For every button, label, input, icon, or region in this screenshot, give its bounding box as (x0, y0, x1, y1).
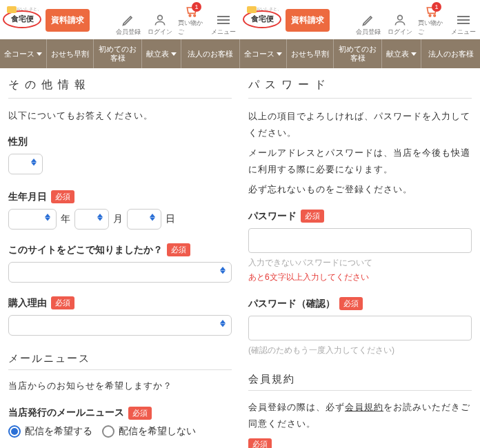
cart-link[interactable]: 1 買い物かご (418, 4, 446, 37)
gender-label: 性別 (8, 136, 232, 148)
month-unit: 月 (113, 213, 123, 225)
gender-select[interactable] (8, 154, 43, 174)
login-link[interactable]: ログイン (386, 13, 414, 37)
svg-point-0 (158, 15, 163, 20)
mail-news-label: 当店発行のメールニュース 必須 (8, 407, 232, 420)
mail-opt-out[interactable]: 配信を希望しない (102, 425, 196, 438)
section-terms: 会員規約 (248, 373, 472, 391)
month-select[interactable] (74, 209, 109, 230)
password-confirm-hint: (確認のためもう一度入力してください) (248, 345, 472, 356)
mail-news-question: 当店からのお知らせを希望しますか？ (8, 378, 232, 394)
day-unit: 日 (166, 213, 175, 225)
password-desc: 以上の項目でよろしければ、パスワードを入力してください。 (248, 108, 472, 141)
required-badge: 必須 (339, 297, 363, 310)
terms-link[interactable]: 会員規約 (345, 402, 383, 412)
cart-badge: 1 (192, 2, 201, 12)
tab-osechi[interactable]: おせち早割 (47, 39, 94, 68)
svg-point-1 (189, 14, 191, 16)
password-label: パスワード 必須 (248, 210, 472, 223)
reason-label: 購入理由 必須 (8, 296, 232, 309)
user-icon (393, 13, 407, 27)
tabs: 全コース おせち早割 初めてのお客様 献立表 法人のお客様 (240, 39, 480, 68)
year-select[interactable] (8, 209, 57, 230)
tab-first-time[interactable]: 初めてのお客様 (334, 39, 382, 68)
hamburger-icon (217, 13, 230, 27)
tab-corporate[interactable]: 法人のお客様 (181, 39, 240, 68)
cart-badge: 1 (432, 2, 441, 12)
section-mail-news: メールニュース (8, 352, 232, 370)
tab-all-courses[interactable]: 全コース (0, 39, 47, 68)
svg-point-2 (194, 14, 196, 16)
header: おいしさと、 食宅便 資料請求 会員登録 ログイン 1 買い物かご (0, 0, 240, 39)
request-docs-button[interactable]: 資料請求 (46, 9, 90, 32)
required-badge: 必須 (51, 190, 74, 203)
required-badge: 必須 (301, 210, 324, 223)
tab-menu-table[interactable]: 献立表 (142, 39, 181, 68)
user-icon (153, 13, 167, 27)
pencil-icon (361, 13, 375, 27)
password-desc: メールアドレスとパスワードは、当店を今後も快適に利用する際に必要になります。 (248, 145, 472, 177)
cart-link[interactable]: 1 買い物かご (178, 4, 206, 37)
svg-point-5 (434, 14, 436, 16)
radio-checked-icon (8, 425, 21, 438)
logo[interactable]: おいしさと、 食宅便 (243, 10, 284, 31)
referrer-select[interactable] (8, 262, 232, 283)
hamburger-icon (457, 13, 470, 27)
password-input[interactable] (248, 228, 472, 253)
tab-first-time[interactable]: 初めてのお客様 (94, 39, 142, 68)
section-password: パスワード (248, 78, 472, 99)
svg-point-4 (429, 14, 431, 16)
password-desc: 必ず忘れないものをご登録ください。 (248, 181, 472, 197)
day-select[interactable] (127, 209, 161, 230)
register-link[interactable]: 会員登録 (114, 13, 142, 37)
required-badge: 必須 (51, 296, 74, 309)
other-info-desc: 以下についてもお答えください。 (8, 108, 232, 123)
radio-icon (102, 425, 114, 438)
register-link[interactable]: 会員登録 (354, 13, 382, 37)
svg-point-3 (398, 15, 403, 20)
header: おいしさと、 食宅便 資料請求 会員登録 ログイン 1 買い物かご (240, 0, 480, 39)
required-badge: 必須 (128, 407, 152, 420)
logo[interactable]: おいしさと、 食宅便 (3, 10, 44, 31)
password-hint-link[interactable]: 入力できないパスワードについて (248, 257, 472, 269)
login-link[interactable]: ログイン (146, 13, 174, 37)
request-docs-button[interactable]: 資料請求 (286, 9, 330, 32)
tab-osechi[interactable]: おせち早割 (287, 39, 334, 68)
tabs: 全コース おせち早割 初めてのお客様 献立表 法人のお客様 (0, 39, 240, 68)
dob-label: 生年月日 必須 (8, 190, 232, 203)
tab-all-courses[interactable]: 全コース (240, 39, 287, 68)
mail-opt-in[interactable]: 配信を希望する (8, 425, 92, 438)
menu-button[interactable]: メニュー (450, 13, 477, 37)
tab-menu-table[interactable]: 献立表 (382, 39, 421, 68)
tab-corporate[interactable]: 法人のお客様 (421, 39, 480, 68)
required-badge: 必須 (248, 438, 272, 448)
password-confirm-label: パスワード（確認） 必須 (248, 297, 472, 310)
reason-select[interactable] (8, 315, 232, 336)
password-confirm-input[interactable] (248, 316, 472, 340)
password-error: あと6文字以上入力してください (248, 272, 472, 283)
section-other-info: その他情報 (8, 78, 232, 99)
year-unit: 年 (61, 213, 70, 225)
referrer-label: このサイトをどこで知りましたか？ 必須 (8, 243, 232, 256)
pencil-icon (121, 13, 135, 27)
menu-button[interactable]: メニュー (210, 13, 237, 37)
terms-desc: 会員登録の際は、必ず会員規約をお読みいただきご同意ください。 (248, 399, 472, 431)
required-badge: 必須 (167, 243, 190, 256)
